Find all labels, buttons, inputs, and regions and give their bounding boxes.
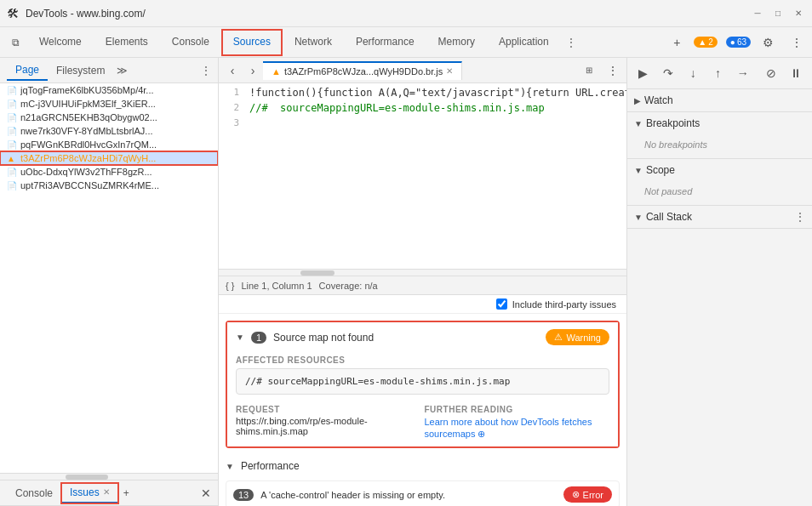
include-third-party-row: Include third-party issues <box>219 295 626 314</box>
watch-header[interactable]: ▶ Watch <box>627 89 812 111</box>
scope-label: Scope <box>646 164 675 176</box>
issues-tab-close[interactable]: ✕ <box>103 487 110 497</box>
request-value: https://r.bing.com/rp/es-module-shims.mi… <box>236 416 421 436</box>
warning-triangle-icon: ⚠ <box>554 332 563 343</box>
performance-header[interactable]: ▼ Performance <box>226 455 620 477</box>
watch-arrow-icon: ▶ <box>634 96 641 105</box>
status-braces[interactable]: { } <box>226 281 234 291</box>
warning-file-icon: ▲ <box>7 154 17 163</box>
debugger-controls: ▶ ↷ ↓ ↑ → ⊘ ⏸ <box>627 58 812 89</box>
code-lines[interactable]: 1 !function(){function A(A,Q="text/javas… <box>219 83 626 269</box>
scope-header[interactable]: ▼ Scope <box>627 159 812 181</box>
editor-format-button[interactable]: ⊞ <box>579 60 599 81</box>
perf-item[interactable]: 13 A 'cache-control' header is missing o… <box>226 480 620 506</box>
maximize-button[interactable]: □ <box>771 7 785 20</box>
file-item[interactable]: 📄 upt7Ri3AVBCCNSuZMRK4rME... <box>0 179 218 192</box>
file-item[interactable]: 📄 jqTogFrameK6lbKU356bMp/4r... <box>0 83 218 97</box>
code-h-scroll[interactable] <box>219 269 626 276</box>
h-scroll-thumb[interactable] <box>300 270 335 276</box>
file-icon: 📄 <box>7 127 17 136</box>
tab-welcome[interactable]: Welcome <box>27 29 94 56</box>
perf-expand-icon: ▼ <box>226 462 234 471</box>
request-label: REQUEST <box>236 405 421 416</box>
editor-back-button[interactable]: ‹ <box>222 60 243 81</box>
close-button[interactable]: ✕ <box>792 7 805 20</box>
issues-panel: Include third-party issues ▼ 1 Source ma… <box>219 294 626 506</box>
further-reading-section: FURTHER READING Learn more about how Dev… <box>425 405 610 440</box>
resume-button[interactable]: ▶ <box>632 61 654 85</box>
further-reading-link[interactable]: Learn more about how DevTools fetches so… <box>425 417 592 439</box>
tab-warning-icon: ▲ <box>272 66 281 77</box>
file-item-selected[interactable]: ▲ t3AZrPm6P8cWJzaHDi7qWyH... <box>0 151 218 165</box>
issue-title: Source map not found <box>273 332 539 344</box>
sub-tab-filesystem[interactable]: Filesystem <box>48 61 113 80</box>
scope-content: Not paused <box>627 181 812 205</box>
tab-new-button[interactable]: + <box>665 31 689 54</box>
callstack-arrow-icon: ▼ <box>634 213 643 222</box>
file-icon: 📄 <box>7 86 17 95</box>
scope-arrow-icon: ▼ <box>634 166 643 175</box>
pause-exceptions-button[interactable]: ⏸ <box>786 61 807 85</box>
tab-elements[interactable]: Elements <box>94 29 160 56</box>
tab-memory[interactable]: Memory <box>426 29 487 56</box>
breakpoints-arrow-icon: ▼ <box>634 119 643 128</box>
editor-options-button[interactable]: ⋮ <box>603 60 623 81</box>
step-into-button[interactable]: ↓ <box>683 61 704 85</box>
status-bar: { } Line 1, Column 1 Coverage: n/a <box>219 276 626 294</box>
customize-button[interactable]: ⋮ <box>785 31 809 54</box>
main-tab-bar: ⧉ Welcome Elements Console Sources Netwo… <box>0 27 812 58</box>
warning-badge[interactable]: ▲2 <box>694 37 717 48</box>
close-panel-button[interactable]: ✕ <box>201 486 211 500</box>
callstack-more[interactable]: ⋮ <box>795 211 805 223</box>
editor-tab-label: t3AZrPm6P8cWJza...qWyH9DDo.br.js <box>284 66 443 77</box>
tab-network[interactable]: Network <box>283 29 344 56</box>
editor-tab-active[interactable]: ▲ t3AZrPm6P8cWJza...qWyH9DDo.br.js ✕ <box>263 61 462 80</box>
deactivate-button[interactable]: ⊘ <box>760 61 781 85</box>
code-line-1: 1 !function(){function A(A,Q="text/javas… <box>219 87 626 102</box>
editor-forward-button[interactable]: › <box>243 60 263 81</box>
sub-tab-more[interactable]: ≫ <box>117 65 128 77</box>
breakpoints-content: No breakpoints <box>627 134 812 158</box>
sub-tab-page[interactable]: Page <box>7 60 48 81</box>
tab-performance[interactable]: Performance <box>344 29 426 56</box>
bottom-tab-bar: Console Issues ✕ + ✕ <box>0 480 218 506</box>
breakpoints-header[interactable]: ▼ Breakpoints <box>627 112 812 134</box>
affected-resources: AFFECTED RESOURCES //# sourceMappingURL=… <box>227 352 618 446</box>
editor-tab-bar: ‹ › ▲ t3AZrPm6P8cWJza...qWyH9DDo.br.js ✕… <box>219 58 626 83</box>
minimize-button[interactable]: ─ <box>751 7 764 20</box>
tab-application[interactable]: Application <box>487 29 561 56</box>
resource-code-box: //# sourceMappingURL=es-module-shims.min… <box>236 368 609 395</box>
settings-button[interactable]: ⚙ <box>756 31 780 54</box>
upper-section: 1 !function(){function A(A,Q="text/javas… <box>219 83 626 294</box>
file-item[interactable]: 📄 mC-j3VUIHUiFpkM3Elf_3KiER... <box>0 97 218 111</box>
panel-toggle-icon[interactable]: ⧉ <box>3 31 27 54</box>
tab-more[interactable]: ⋮ <box>561 30 581 55</box>
add-tab-button[interactable]: + <box>118 484 134 503</box>
include-third-party-checkbox[interactable] <box>496 298 507 310</box>
scope-section: ▼ Scope Not paused <box>627 159 812 206</box>
file-item[interactable]: 📄 pqFWGnKBRdl0HvcGxIn7rQM... <box>0 138 218 151</box>
editor-tab-close[interactable]: ✕ <box>446 66 453 76</box>
issue-header-sourcemap[interactable]: ▼ 1 Source map not found ⚠ Warning <box>227 322 618 352</box>
perf-count-badge: 13 <box>233 489 254 501</box>
bottom-tab-issues[interactable]: Issues ✕ <box>61 483 118 503</box>
title-bar-title: DevTools - www.bing.com/ <box>26 8 146 20</box>
h-scroll[interactable] <box>0 473 218 480</box>
tab-console[interactable]: Console <box>160 29 221 56</box>
file-icon: 📄 <box>7 140 17 150</box>
status-position: Line 1, Column 1 <box>241 281 312 291</box>
file-item[interactable]: 📄 nwe7rk30VFY-8YdMbLtsbrlAJ... <box>0 124 218 138</box>
callstack-header[interactable]: ▼ Call Stack ⋮ <box>627 206 812 228</box>
file-icon: 📄 <box>7 99 17 109</box>
step-over-button[interactable]: ↷ <box>657 61 678 85</box>
further-reading-label: FURTHER READING <box>425 405 610 416</box>
file-item[interactable]: 📄 uObc-DdxqYlW3v2ThFF8gzR... <box>0 165 218 179</box>
step-out-button[interactable]: ↑ <box>707 61 729 85</box>
bottom-tab-console[interactable]: Console <box>7 484 61 503</box>
sub-tab-menu[interactable]: ⋮ <box>201 65 211 77</box>
tab-sources[interactable]: Sources <box>221 29 283 56</box>
issue-warning-badge: ⚠ Warning <box>546 329 609 345</box>
issues-badge[interactable]: ●63 <box>726 37 751 48</box>
file-item[interactable]: 📄 n21aGRCN5EKHB3qObygw02... <box>0 111 218 124</box>
step-button[interactable]: → <box>732 61 753 85</box>
